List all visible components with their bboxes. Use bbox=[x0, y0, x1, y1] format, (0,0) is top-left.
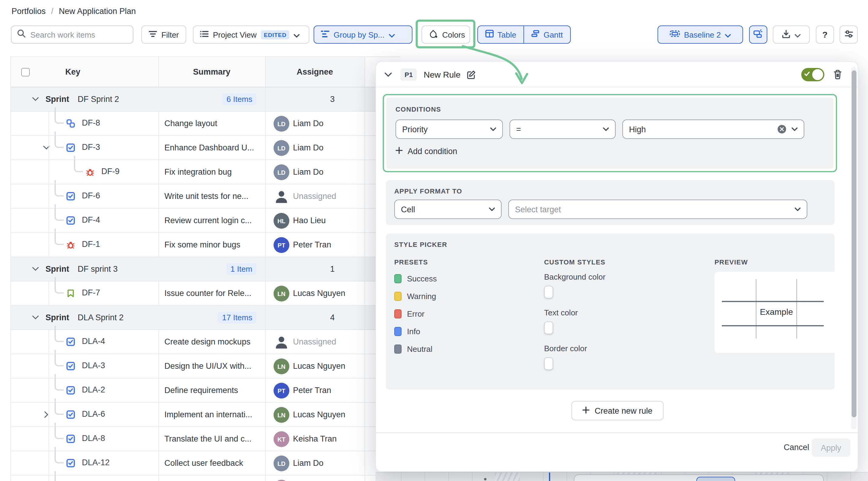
item-summary[interactable]: Enhance Dashboard U... bbox=[164, 136, 261, 160]
item-key[interactable]: DF-9 bbox=[101, 167, 120, 176]
items-count-link[interactable]: 1 Item bbox=[226, 263, 256, 275]
collapse-rule-chevron-icon[interactable] bbox=[384, 72, 392, 77]
condition-field-select[interactable]: Priority bbox=[396, 120, 503, 139]
condition-operator-select[interactable]: = bbox=[509, 120, 616, 139]
column-header-assignee[interactable]: Assignee bbox=[265, 57, 365, 87]
table-row[interactable]: DF-9Fix integration bugLDLiam Do bbox=[11, 160, 400, 184]
create-new-rule-button[interactable]: Create new rule bbox=[571, 401, 663, 420]
colors-button[interactable]: Colors bbox=[422, 26, 470, 44]
item-key[interactable]: DF-4 bbox=[82, 215, 100, 224]
apply-target-select[interactable]: Select target bbox=[508, 199, 807, 219]
search-input-wrap[interactable] bbox=[11, 26, 133, 44]
item-key[interactable]: DLA-6 bbox=[82, 410, 105, 419]
preset-swatch[interactable] bbox=[394, 327, 402, 336]
item-summary[interactable]: Define requirements bbox=[164, 379, 261, 402]
table-row[interactable]: DF-3Enhance Dashboard U...LDLiam Do bbox=[11, 136, 400, 160]
background-color-swatch[interactable] bbox=[544, 286, 553, 298]
search-input[interactable] bbox=[30, 30, 127, 39]
item-summary[interactable]: Implement an internati... bbox=[164, 403, 261, 426]
preset-neutral[interactable]: Neutral bbox=[394, 344, 437, 354]
item-summary[interactable]: Collect user feedback bbox=[164, 451, 261, 475]
item-summary[interactable]: Translate the UI and c... bbox=[164, 427, 261, 451]
table-row[interactable]: DLA-3Design the UI/UX with...LNLucas Ngu… bbox=[11, 354, 400, 379]
item-summary[interactable]: Write unit tests for ne... bbox=[164, 184, 261, 208]
collapse-item-chevron-icon[interactable] bbox=[40, 136, 52, 160]
item-key[interactable]: DF-7 bbox=[82, 288, 100, 297]
delete-rule-icon[interactable] bbox=[833, 69, 842, 80]
item-summary[interactable]: Design the UI/UX with... bbox=[164, 354, 261, 378]
item-key[interactable]: DLA-3 bbox=[82, 361, 105, 370]
settings-sliders-button[interactable] bbox=[839, 26, 858, 44]
preset-swatch[interactable] bbox=[394, 291, 402, 300]
table-row[interactable]: DLA-2Define requirementsPTPeter Tran bbox=[11, 379, 400, 403]
edit-rule-icon[interactable] bbox=[466, 69, 476, 79]
item-summary[interactable]: Fix integration bug bbox=[164, 160, 261, 184]
baseline-dropdown[interactable]: Baseline 2 bbox=[657, 26, 743, 44]
item-key[interactable]: DF-6 bbox=[82, 191, 100, 200]
table-row[interactable]: DLA-13Test new featuresKTKeisha Tran bbox=[11, 476, 400, 481]
item-summary[interactable]: Issue counter for Rele... bbox=[164, 282, 261, 305]
item-summary[interactable]: Review current login c... bbox=[164, 209, 261, 232]
preset-swatch[interactable] bbox=[394, 274, 402, 283]
text-color-swatch[interactable] bbox=[544, 321, 553, 334]
table-row[interactable]: DF-8Change layoutLDLiam Do bbox=[11, 111, 400, 136]
table-row[interactable]: DLA-8Translate the UI and c...KTKeisha T… bbox=[11, 427, 400, 451]
help-button[interactable]: ? bbox=[816, 26, 834, 44]
collapse-group-chevron-icon[interactable] bbox=[29, 257, 41, 281]
export-dropdown[interactable] bbox=[773, 26, 810, 44]
expand-item-chevron-icon[interactable] bbox=[40, 403, 52, 426]
project-view-dropdown[interactable]: Project View EDITED bbox=[193, 26, 309, 44]
item-key[interactable]: DF-3 bbox=[82, 142, 100, 152]
preset-error[interactable]: Error bbox=[394, 309, 437, 318]
feedback-button[interactable] bbox=[749, 26, 767, 44]
preset-success[interactable]: Success bbox=[394, 274, 437, 283]
tab-table-view[interactable]: Table bbox=[478, 26, 524, 43]
add-condition-button[interactable]: Add condition bbox=[396, 147, 457, 156]
sprint-group-row[interactable]: SprintDLA Sprint 217 Items4 bbox=[11, 306, 400, 330]
item-key[interactable]: DLA-12 bbox=[82, 458, 110, 467]
preset-swatch[interactable] bbox=[394, 309, 402, 318]
clear-value-icon[interactable] bbox=[777, 124, 787, 134]
item-key[interactable]: DLA-4 bbox=[82, 336, 105, 346]
column-header-summary[interactable]: Summary bbox=[158, 57, 265, 87]
scrollbar-thumb[interactable] bbox=[851, 70, 856, 417]
rule-enabled-toggle[interactable] bbox=[801, 68, 824, 81]
table-row[interactable]: DF-7Issue counter for Rele...LNLucas Ngu… bbox=[11, 282, 400, 306]
items-count-link[interactable]: 17 Items bbox=[218, 312, 256, 323]
group-by-dropdown[interactable]: Group by Sp... bbox=[314, 26, 412, 44]
table-row[interactable]: DF-6Write unit tests for ne...Unassigned bbox=[11, 184, 400, 209]
preset-info[interactable]: Info bbox=[394, 326, 437, 336]
table-row[interactable]: DF-1Fix some minor bugsPTPeter Tran bbox=[11, 233, 400, 257]
gantt-tab-label: Gantt bbox=[544, 30, 563, 39]
item-summary[interactable]: Test new features bbox=[164, 476, 261, 481]
breadcrumb-portfolios[interactable]: Portfolios bbox=[11, 7, 46, 16]
sprint-group-row[interactable]: SprintDF sprint 31 Item1 bbox=[11, 257, 400, 282]
table-row[interactable]: DLA-6Implement an internati...LNLucas Ng… bbox=[11, 403, 400, 427]
select-all-checkbox[interactable] bbox=[21, 68, 30, 76]
collapse-group-chevron-icon[interactable] bbox=[29, 306, 41, 329]
table-row[interactable]: DLA-4Create design mockupsUnassigned bbox=[11, 330, 400, 354]
border-color-swatch[interactable] bbox=[544, 357, 553, 370]
items-count-link[interactable]: 6 Items bbox=[222, 93, 256, 105]
item-summary[interactable]: Create design mockups bbox=[164, 330, 261, 354]
collapse-group-chevron-icon[interactable] bbox=[29, 87, 41, 111]
table-row[interactable]: DLA-12Collect user feedbackLDLiam Do bbox=[11, 451, 400, 476]
apply-button[interactable]: Apply bbox=[812, 439, 850, 457]
preset-swatch[interactable] bbox=[394, 344, 402, 353]
filter-button[interactable]: Filter bbox=[141, 26, 186, 44]
item-key[interactable]: DF-8 bbox=[82, 118, 100, 127]
preset-warning[interactable]: Warning bbox=[394, 291, 437, 301]
item-key[interactable]: DF-1 bbox=[82, 239, 100, 249]
tab-gantt-view[interactable]: Gantt bbox=[524, 26, 570, 43]
item-summary[interactable]: Change layout bbox=[164, 111, 261, 135]
item-summary[interactable]: Fix some minor bugs bbox=[164, 233, 261, 257]
table-row[interactable]: DF-4Review current login c...HLHao Lieu bbox=[11, 209, 400, 233]
modal-scrollbar[interactable] bbox=[851, 67, 857, 429]
sprint-group-row[interactable]: SprintDF Sprint 26 Items3 bbox=[11, 87, 400, 111]
item-key[interactable]: DLA-8 bbox=[82, 434, 105, 443]
item-key[interactable]: DLA-2 bbox=[82, 385, 105, 394]
apply-target-type-select[interactable]: Cell bbox=[394, 199, 502, 219]
condition-value-select[interactable]: High bbox=[622, 120, 804, 139]
cancel-button[interactable]: Cancel bbox=[784, 443, 809, 452]
column-header-key[interactable]: Key bbox=[49, 57, 97, 87]
